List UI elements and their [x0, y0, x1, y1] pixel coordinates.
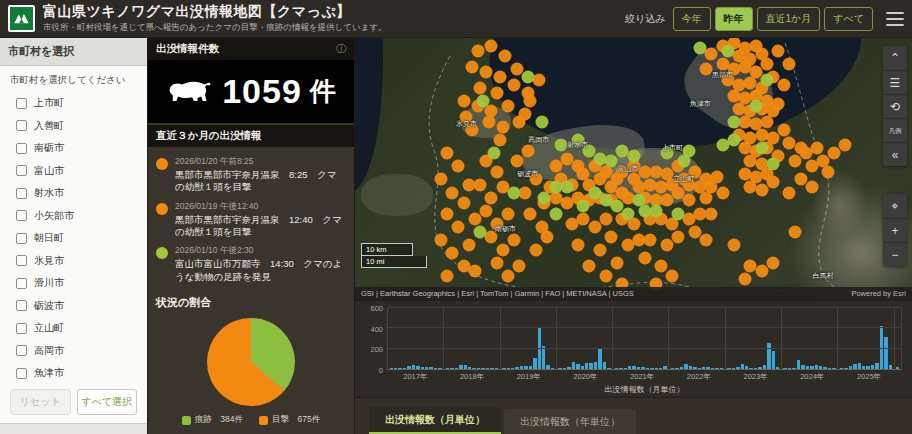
sighting-marker[interactable] [507, 186, 520, 199]
sighting-marker[interactable] [727, 238, 740, 251]
filter-button[interactable]: 直近1か月 [757, 7, 821, 31]
basemap-refresh-icon[interactable]: ⟲ [883, 94, 907, 118]
legend-button[interactable]: 凡例 [883, 118, 907, 142]
sighting-marker[interactable] [772, 45, 785, 58]
sighting-marker[interactable] [805, 181, 818, 194]
select-all-button[interactable]: すべて選択 [77, 389, 138, 415]
sighting-marker[interactable] [694, 42, 707, 55]
checkbox-icon[interactable] [16, 210, 27, 221]
sighting-marker[interactable] [566, 218, 579, 231]
municipality-checkbox-item[interactable]: 射水市 [16, 186, 137, 200]
municipality-checkbox-item[interactable]: 滑川市 [16, 276, 137, 290]
sighting-marker[interactable] [789, 225, 802, 238]
sighting-marker[interactable] [577, 199, 590, 212]
sighting-marker[interactable] [541, 231, 554, 244]
sighting-marker[interactable] [521, 144, 534, 157]
checkbox-icon[interactable] [16, 278, 27, 289]
sighting-marker[interactable] [435, 173, 448, 186]
sighting-marker[interactable] [621, 207, 634, 220]
sighting-marker[interactable] [610, 257, 623, 270]
sighting-marker[interactable] [582, 259, 595, 272]
sighting-marker[interactable] [605, 231, 618, 244]
sighting-marker[interactable] [761, 73, 774, 86]
chevron-up-icon[interactable]: ⌃ [883, 46, 907, 70]
sighting-marker[interactable] [524, 207, 537, 220]
zoom-out-button[interactable]: − [883, 242, 907, 266]
chart-tab[interactable]: 出没情報数（年単位） [504, 409, 636, 434]
sighting-marker[interactable] [772, 97, 785, 110]
sighting-marker[interactable] [605, 155, 618, 168]
sighting-marker[interactable] [766, 157, 779, 170]
filter-button[interactable]: 昨年 [715, 7, 753, 31]
sighting-marker[interactable] [435, 233, 448, 246]
municipality-checkbox-item[interactable]: 富山市 [16, 164, 137, 178]
menu-icon[interactable] [886, 12, 904, 26]
sighting-marker[interactable] [588, 220, 601, 233]
sighting-marker[interactable] [627, 149, 640, 162]
sighting-marker[interactable] [468, 265, 481, 278]
checkbox-icon[interactable] [16, 165, 27, 176]
sighting-marker[interactable] [549, 207, 562, 220]
sighting-marker[interactable] [599, 194, 612, 207]
sighting-marker[interactable] [699, 233, 712, 246]
sighting-marker[interactable] [599, 270, 612, 283]
sighting-marker[interactable] [761, 58, 774, 71]
checkbox-icon[interactable] [16, 143, 27, 154]
sighting-marker[interactable] [440, 207, 453, 220]
sightings-map[interactable]: 氷見市高岡市射水市富山市砺波市南砺市魚津市黒部市上市町立山町白馬村 ⌃ ☰ ⟲ … [355, 38, 912, 300]
sighting-marker[interactable] [507, 233, 520, 246]
collapse-left-icon[interactable]: « [883, 142, 907, 166]
sighting-marker[interactable] [471, 45, 484, 58]
recent-sighting-item[interactable]: 2026/01/10 午後2:30 富山市富山市万願寺 14:30 クマのような… [156, 245, 346, 283]
sighting-marker[interactable] [457, 197, 470, 210]
sighting-marker[interactable] [705, 207, 718, 220]
sighting-marker[interactable] [783, 58, 796, 71]
sighting-marker[interactable] [594, 244, 607, 257]
sighting-marker[interactable] [474, 81, 487, 94]
sighting-marker[interactable] [452, 220, 465, 233]
sighting-marker[interactable] [491, 165, 504, 178]
checkbox-icon[interactable] [16, 233, 27, 244]
sighting-marker[interactable] [716, 186, 729, 199]
sighting-marker[interactable] [766, 257, 779, 270]
sighting-marker[interactable] [440, 270, 453, 283]
sighting-marker[interactable] [465, 60, 478, 73]
sighting-marker[interactable] [446, 246, 459, 259]
sighting-marker[interactable] [738, 273, 751, 286]
sighting-marker[interactable] [513, 115, 526, 128]
sighting-marker[interactable] [683, 194, 696, 207]
sighting-marker[interactable] [513, 259, 526, 272]
sighting-marker[interactable] [507, 79, 520, 92]
sighting-marker[interactable] [479, 66, 492, 79]
sighting-marker[interactable] [727, 115, 740, 128]
sighting-marker[interactable] [633, 194, 646, 207]
sighting-marker[interactable] [510, 155, 523, 168]
sighting-marker[interactable] [822, 165, 835, 178]
sighting-marker[interactable] [488, 147, 501, 160]
sighting-marker[interactable] [521, 71, 534, 84]
sighting-marker[interactable] [485, 191, 498, 204]
checkbox-icon[interactable] [16, 300, 27, 311]
sighting-marker[interactable] [477, 94, 490, 107]
municipality-checkbox-item[interactable]: 入善町 [16, 119, 137, 133]
sighting-marker[interactable] [750, 100, 763, 113]
sighting-marker[interactable] [599, 212, 612, 225]
sighting-marker[interactable] [502, 270, 515, 283]
sighting-marker[interactable] [518, 186, 531, 199]
municipality-checkbox-item[interactable]: 高岡市 [16, 344, 137, 358]
checkbox-icon[interactable] [16, 188, 27, 199]
municipality-checkbox-item[interactable]: 小矢部市 [16, 209, 137, 223]
sighting-marker[interactable] [638, 252, 651, 265]
sighting-marker[interactable] [530, 244, 543, 257]
zoom-in-button[interactable]: + [883, 218, 907, 242]
sighting-marker[interactable] [538, 191, 551, 204]
layer-list-icon[interactable]: ☰ [883, 70, 907, 94]
sighting-marker[interactable] [777, 79, 790, 92]
sighting-marker[interactable] [491, 257, 504, 270]
sighting-marker[interactable] [474, 225, 487, 238]
sighting-marker[interactable] [677, 155, 690, 168]
sighting-marker[interactable] [496, 121, 509, 134]
municipality-checkbox-item[interactable]: 魚津市 [16, 366, 137, 380]
sighting-marker[interactable] [502, 207, 515, 220]
sighting-marker[interactable] [524, 94, 537, 107]
